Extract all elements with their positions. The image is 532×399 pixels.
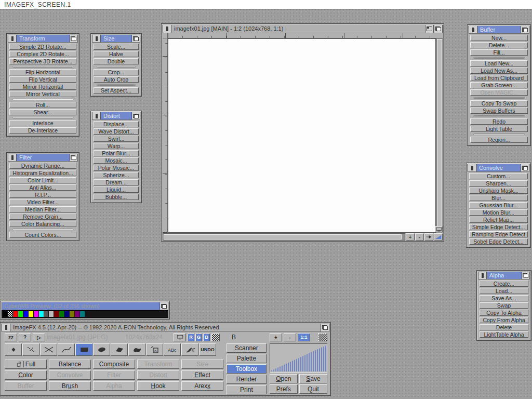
palette-swatch-30[interactable] bbox=[157, 311, 162, 317]
scale-button[interactable]: Scale... bbox=[94, 44, 139, 50]
palette-swatch-0[interactable] bbox=[3, 311, 7, 317]
copy-from-alpha-button[interactable]: Copy From Alpha bbox=[480, 317, 528, 323]
load-from-clipboard-button[interactable]: Load from Clipboard bbox=[470, 75, 528, 81]
gaussian-blur-button[interactable]: Gaussian Blur... bbox=[469, 202, 528, 208]
channel-b-button[interactable]: B bbox=[203, 334, 210, 341]
zoom-gadget[interactable] bbox=[425, 25, 434, 33]
palette-swatch-31[interactable] bbox=[163, 311, 167, 317]
swap-buffers-button[interactable]: Swap Buffers bbox=[470, 108, 528, 114]
pan-button[interactable] bbox=[424, 233, 433, 241]
save-button[interactable]: Save bbox=[299, 374, 327, 383]
depth-gadget[interactable] bbox=[434, 25, 443, 33]
depth-gadget[interactable] bbox=[521, 26, 529, 33]
palette-swatch-12[interactable] bbox=[64, 311, 69, 317]
palette-swatch-24[interactable] bbox=[127, 311, 131, 317]
simple-2d-rotate-button[interactable]: Simple 2D Rotate... bbox=[9, 44, 76, 50]
set-aspect-button[interactable]: Set Aspect... bbox=[94, 87, 139, 94]
vertical-scroll-thumb[interactable] bbox=[437, 39, 442, 232]
palette-swatch-17[interactable] bbox=[90, 311, 95, 317]
ellipse-tool[interactable] bbox=[93, 343, 110, 356]
color-balancing-button[interactable]: Color Balancing... bbox=[9, 221, 76, 227]
composite-button[interactable]: Composite bbox=[93, 360, 135, 369]
simple-edge-detect-button[interactable]: Simple Edge Detect... bbox=[469, 224, 528, 230]
palette-swatch-3[interactable] bbox=[18, 311, 23, 317]
scanner-button[interactable]: Scanner bbox=[227, 343, 267, 353]
effect-button[interactable]: Effect bbox=[181, 370, 223, 380]
palette-swatch-14[interactable] bbox=[75, 311, 79, 317]
roll-button[interactable]: Roll... bbox=[9, 102, 76, 108]
close-gadget[interactable] bbox=[92, 112, 101, 119]
brush-button[interactable]: Brush bbox=[49, 381, 91, 391]
custom-button[interactable]: Custom... bbox=[469, 173, 528, 179]
halve-button[interactable]: Halve bbox=[94, 51, 139, 57]
depth-gadget[interactable] bbox=[521, 164, 529, 171]
fill-button[interactable]: Fill... bbox=[470, 49, 528, 56]
palette-swatch-25[interactable] bbox=[131, 311, 136, 317]
channel-g-button[interactable]: G bbox=[195, 334, 202, 341]
mirror-vertical-button[interactable]: Mirror Vertical bbox=[9, 91, 76, 97]
pattern-swatch-button[interactable] bbox=[318, 333, 327, 341]
palette-swatch-19[interactable] bbox=[101, 311, 105, 317]
horizontal-scrollbar[interactable] bbox=[163, 233, 405, 241]
depth-gadget[interactable] bbox=[131, 35, 140, 42]
new-button[interactable]: New... bbox=[470, 35, 528, 41]
palette-swatch-20[interactable] bbox=[106, 311, 111, 317]
close-gadget[interactable] bbox=[469, 26, 477, 33]
distort-titlebar[interactable]: Distort bbox=[92, 112, 140, 120]
screen-button[interactable] bbox=[174, 333, 186, 341]
motion-blur-button[interactable]: Motion Blur... bbox=[469, 209, 528, 216]
palette-swatch-23[interactable] bbox=[122, 311, 126, 317]
palette-swatch-22[interactable] bbox=[116, 311, 121, 317]
wave-distort-button[interactable]: Wave Distort... bbox=[94, 128, 139, 135]
region-button[interactable]: Region... bbox=[470, 137, 528, 143]
image-window-titlebar[interactable]: imagefx01.jpg [MAIN] - 1:2 (1024x768, 1:… bbox=[163, 25, 443, 33]
palette-swatch-28[interactable] bbox=[147, 311, 152, 317]
flip-horizontal-button[interactable]: Flip Horizontal bbox=[9, 69, 76, 75]
mirror-horizontal-button[interactable]: Mirror Horizontal bbox=[9, 84, 76, 90]
ramping-edge-detect-button[interactable]: Ramping Edge Detect bbox=[469, 231, 528, 237]
vertical-scrollbar[interactable] bbox=[436, 38, 443, 233]
complex-2d-rotate-button[interactable]: Complex 2D Rotate... bbox=[9, 51, 76, 57]
image-canvas[interactable] bbox=[168, 38, 436, 233]
copy-to-swap-button[interactable]: Copy To Swap bbox=[470, 100, 528, 107]
palette-swatch-27[interactable] bbox=[142, 311, 147, 317]
palette-swatch-16[interactable] bbox=[85, 311, 90, 317]
liquid-button[interactable]: Liquid... bbox=[94, 187, 139, 193]
light-table-button[interactable]: Light Table bbox=[470, 126, 528, 132]
double-button[interactable]: Double bbox=[94, 58, 139, 64]
text-tool[interactable]: ABc bbox=[164, 343, 181, 356]
palette-swatch-2[interactable] bbox=[13, 311, 18, 317]
sobel-edge-detect-button[interactable]: Sobel Edge Detect... bbox=[469, 238, 528, 245]
video-filter-button[interactable]: Video Filter... bbox=[9, 199, 76, 205]
full-button[interactable]: Full bbox=[5, 360, 47, 369]
polar-mosaic-button[interactable]: Polar Mosaic... bbox=[94, 165, 139, 171]
perspective-3d-rotate-button[interactable]: Perspective 3D Rotate... bbox=[9, 58, 76, 64]
palette-swatch-15[interactable] bbox=[80, 311, 85, 317]
size-titlebar[interactable]: Size bbox=[92, 35, 140, 43]
smear-tool[interactable] bbox=[181, 343, 198, 356]
remove-grain-button[interactable]: Remove Grain... bbox=[9, 214, 76, 220]
de-interlace-button[interactable]: De-Interlace bbox=[9, 127, 76, 134]
depth-gadget[interactable] bbox=[131, 112, 140, 119]
palette-swatch-11[interactable] bbox=[59, 311, 64, 317]
palette-swatch-5[interactable] bbox=[29, 311, 33, 317]
r-i-p-button[interactable]: R.I.P... bbox=[9, 192, 76, 198]
shear-button[interactable]: Shear... bbox=[9, 109, 76, 115]
palette-titlebar[interactable]: CyberWB Preview: (32 of 256 shown) bbox=[2, 302, 168, 310]
lighttable-alpha-button[interactable]: LightTable Alpha bbox=[480, 331, 528, 338]
copy-to-alpha-button[interactable]: Copy To Alpha bbox=[480, 310, 528, 316]
fill-tool[interactable]: a bbox=[146, 343, 163, 356]
load-button[interactable]: Load... bbox=[480, 288, 528, 294]
freehand-tool[interactable] bbox=[128, 343, 145, 356]
balance-button[interactable]: Balance bbox=[49, 360, 91, 369]
color-limit-button[interactable]: Color Limit... bbox=[9, 177, 76, 183]
zoom-display-button[interactable] bbox=[434, 233, 443, 241]
open-button[interactable]: Open bbox=[270, 374, 298, 383]
close-gadget[interactable] bbox=[2, 324, 10, 331]
sharpen-button[interactable]: Sharpen... bbox=[469, 180, 528, 187]
run-button[interactable]: ▷ bbox=[33, 333, 45, 341]
quit-button[interactable]: Quit bbox=[299, 384, 327, 394]
anti-alias-button[interactable]: Anti Alias... bbox=[9, 184, 76, 191]
relief-map-button[interactable]: Relief Map... bbox=[469, 217, 528, 223]
alpha-pattern-button[interactable] bbox=[211, 334, 220, 341]
